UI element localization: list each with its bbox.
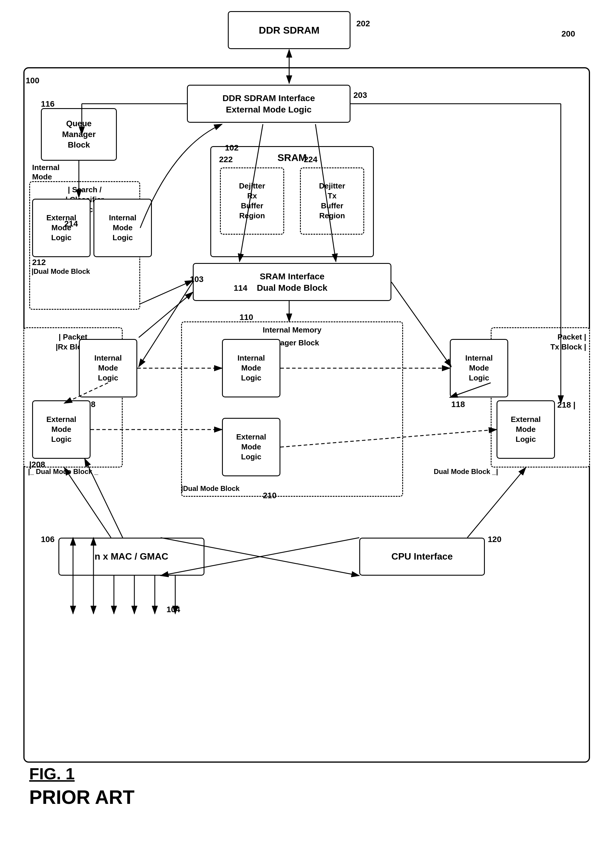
ext-mode-logic-tx: External Mode Logic xyxy=(497,400,555,459)
diagram: 100 200 DDR SDRAM 202 DDR SDRAM Interfac… xyxy=(0,0,616,855)
ref-224: 224 xyxy=(304,155,318,164)
sram-block: SRAM Dejitter Rx Buffer Region Dejitter … xyxy=(210,146,374,257)
int-mode-logic-imm: Internal Mode Logic xyxy=(222,339,280,397)
ref-120: 120 xyxy=(488,535,501,544)
ref-203: 203 xyxy=(353,90,367,100)
ddr-sdram-block: DDR SDRAM xyxy=(228,11,350,49)
ref-102-label: 102 xyxy=(225,143,238,153)
ext-mode-logic-imm: External Mode Logic xyxy=(222,418,280,476)
ddr-interface-block: DDR SDRAM Interface External Mode Logic xyxy=(187,85,350,123)
ref-118: 118 xyxy=(451,400,465,409)
ref-114: 114 xyxy=(234,283,248,293)
ref-202: 202 xyxy=(356,19,370,28)
ref-106: 106 xyxy=(41,535,55,544)
ext-mode-logic-search: External Mode Logic xyxy=(32,199,90,257)
dual-mode-rx-label: |_ Dual Mode Block _ xyxy=(28,467,98,476)
ref-214: 214 xyxy=(64,219,78,228)
int-mode-logic-rx: Internal Mode Logic xyxy=(79,339,137,397)
ref-200: 200 xyxy=(561,29,575,38)
ref-103: 103 xyxy=(190,275,203,284)
dual-mode-imm-label: |Dual Mode Block xyxy=(181,484,240,493)
ref-218-label: 218 | xyxy=(557,400,575,410)
ext-mode-logic-rx: External Mode Logic xyxy=(32,400,90,459)
internal-mode-block-label2: Mode xyxy=(32,172,52,181)
dual-mode-left-label: |Dual Mode Block xyxy=(32,267,90,276)
cpu-interface-block: CPU Interface xyxy=(359,538,485,576)
sram-interface-block: SRAM Interface Dual Mode Block xyxy=(193,263,391,301)
ref-100: 100 xyxy=(26,76,40,85)
ref-222: 222 xyxy=(219,155,233,164)
ref-212: 212 xyxy=(32,258,46,267)
figure-label: FIG. 1 PRIOR ART xyxy=(29,764,135,808)
int-mode-logic-tx: Internal Mode Logic xyxy=(450,339,508,397)
internal-mode-block-label: Internal xyxy=(32,163,60,172)
dejitter-rx: Dejitter Rx Buffer Region xyxy=(220,167,284,234)
ref-104: 104 xyxy=(167,605,180,614)
int-mode-logic-search: Internal Mode Logic xyxy=(93,199,152,257)
dejitter-tx: Dejitter Tx Buffer Region xyxy=(300,167,364,234)
ref-116: 116 xyxy=(41,100,55,109)
queue-manager-block: Queue Manager Block xyxy=(41,108,117,161)
dual-mode-tx-label: Dual Mode Block _| xyxy=(434,467,498,476)
ref-210: 210 xyxy=(263,491,277,500)
internal-memory-manager-block: Internal Memory Manager Block xyxy=(181,322,403,497)
ref-110: 110 xyxy=(240,313,253,322)
mac-gmac-block: n x MAC / GMAC xyxy=(58,538,205,576)
